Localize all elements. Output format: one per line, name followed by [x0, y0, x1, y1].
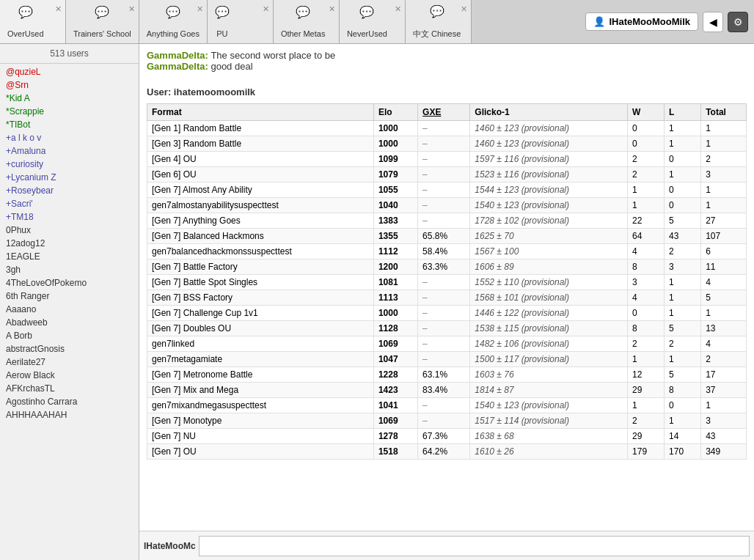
tab-close-button[interactable]: ✕	[197, 4, 203, 14]
table-cell: 1	[665, 290, 701, 306]
user-list-item[interactable]: 3gh	[0, 263, 139, 276]
user-list-item[interactable]: abstractGnosis	[0, 342, 139, 355]
table-cell: 1055	[373, 183, 417, 198]
chat-username: GammaDelta:	[147, 61, 211, 72]
table-cell: 2	[628, 167, 665, 183]
tab-close-button[interactable]: ✕	[263, 4, 269, 14]
tab-label: OverUsed	[7, 29, 44, 38]
table-cell: 1	[701, 198, 747, 213]
user-list-item[interactable]: 1EAGLE	[0, 250, 139, 263]
table-cell: 1625 ± 70	[470, 229, 628, 244]
settings-button[interactable]: ⚙	[728, 12, 748, 32]
user-list-item[interactable]: *Kid A	[0, 92, 139, 105]
user-list-item[interactable]: 4TheLoveOfPokemo	[0, 276, 139, 290]
chat-input[interactable]	[199, 536, 750, 556]
user-list-item[interactable]: Aerilate27	[0, 355, 139, 369]
table-cell: 1482 ± 106 (provisional)	[470, 336, 628, 352]
table-row: [Gen 7] Metronome Battle122863.1%1603 ± …	[147, 367, 747, 383]
user-list-item[interactable]: A Borb	[0, 329, 139, 342]
table-cell: 2	[665, 244, 701, 259]
user-list-item[interactable]: AHHHAAAHAH	[0, 408, 139, 421]
user-list-item[interactable]: Agostinho Carrara	[0, 395, 139, 408]
tab-label: Other Metas	[281, 29, 326, 38]
table-cell: 8	[628, 259, 665, 275]
table-cell: 1610 ± 26	[470, 444, 628, 460]
table-cell: 1460 ± 123 (provisional)	[470, 121, 628, 136]
user-list-item[interactable]: +Sacri'	[0, 197, 139, 210]
table-cell: 11	[701, 259, 747, 275]
table-header-total: Total	[701, 104, 747, 121]
table-cell: 1	[628, 183, 665, 198]
user-list-item[interactable]: +curiosity	[0, 158, 139, 171]
table-cell: 0	[665, 398, 701, 413]
table-row: [Gen 7] Almost Any Ability1055–1544 ± 12…	[147, 183, 747, 198]
user-icon: 👤	[593, 16, 605, 27]
table-cell: gen7almostanyabilitysuspecttest	[147, 198, 374, 213]
table-row: gen7almostanyabilitysuspecttest1040–1540…	[147, 198, 747, 213]
tab-chat-icon: 💬	[215, 5, 230, 19]
stats-username: ihatemoomoomilk	[174, 86, 255, 97]
table-cell: [Gen 7] Balanced Hackmons	[147, 229, 374, 244]
user-list-item[interactable]: Aerow Black	[0, 369, 139, 382]
table-cell: [Gen 7] Metronome Battle	[147, 367, 374, 383]
username-badge[interactable]: 👤 IHateMooMooMilk	[585, 12, 699, 31]
table-cell: 1228	[373, 367, 417, 383]
user-list-item[interactable]: AFKrchasTL	[0, 382, 139, 395]
user-list-item[interactable]: +TM18	[0, 210, 139, 224]
user-list-item[interactable]: +Lycanium Z	[0, 171, 139, 184]
table-cell: 83.4%	[418, 383, 470, 398]
table-cell: –	[418, 336, 470, 352]
table-cell: 1128	[373, 321, 417, 336]
table-cell: 1500 ± 117 (provisional)	[470, 352, 628, 367]
table-cell: 1	[701, 306, 747, 321]
table-cell: 1079	[373, 167, 417, 183]
username-display: IHateMooMooMilk	[610, 16, 691, 27]
user-list-item[interactable]: +Amaluna	[0, 144, 139, 158]
tab-trainers-school[interactable]: 💬Trainers' School✕	[66, 0, 139, 43]
tab-close-button[interactable]: ✕	[55, 4, 62, 14]
table-cell: 8	[628, 321, 665, 336]
table-cell: 64.2%	[418, 444, 470, 460]
tab-pu[interactable]: 💬PU✕	[208, 0, 274, 43]
user-list-item[interactable]: *Scrappie	[0, 105, 139, 118]
table-cell: 1538 ± 115 (provisional)	[470, 321, 628, 336]
user-list-item[interactable]: 0Phux	[0, 224, 139, 237]
table-cell: 1	[665, 136, 701, 152]
table-cell: 1	[665, 413, 701, 429]
table-cell: 63.1%	[418, 367, 470, 383]
stats-table: FormatEloGXEGlicko-1WLTotal [Gen 1] Rand…	[147, 103, 747, 460]
tab-close-button[interactable]: ✕	[461, 4, 467, 14]
user-list-item[interactable]: 6th Ranger	[0, 290, 139, 303]
table-cell: 1	[665, 352, 701, 367]
user-list-item[interactable]: @Srn	[0, 78, 139, 92]
user-list-item[interactable]: 12adog12	[0, 237, 139, 250]
tab-chinese[interactable]: 💬中文 Chinese✕	[406, 0, 472, 43]
table-cell: 13	[701, 321, 747, 336]
tab-overused[interactable]: 💬OverUsed✕	[0, 0, 66, 43]
tab-anything-goes[interactable]: 💬Anything Goes✕	[139, 0, 208, 43]
table-cell: –	[418, 413, 470, 429]
tab-other-metas[interactable]: 💬Other Metas✕	[274, 0, 340, 43]
table-cell: –	[418, 398, 470, 413]
nav-back-button[interactable]: ◀	[703, 12, 723, 32]
tab-close-button[interactable]: ✕	[395, 4, 401, 14]
table-cell: 1	[701, 136, 747, 152]
user-list-item[interactable]: Abadweeb	[0, 316, 139, 329]
tab-chat-icon: 💬	[296, 5, 310, 19]
table-cell: 29	[628, 383, 665, 398]
table-head: FormatEloGXEGlicko-1WLTotal	[147, 104, 747, 121]
tab-chat-icon: 💬	[430, 4, 444, 18]
table-cell: 1517 ± 114 (provisional)	[470, 413, 628, 429]
user-list-item[interactable]: +Roseybear	[0, 184, 139, 197]
user-list-item[interactable]: +a l k o v	[0, 131, 139, 144]
tab-close-button[interactable]: ✕	[329, 4, 335, 14]
user-list-item[interactable]: Aaaano	[0, 303, 139, 316]
tab-neverused[interactable]: 💬NeverUsed✕	[340, 0, 406, 43]
table-cell: 37	[701, 383, 747, 398]
tab-close-button[interactable]: ✕	[128, 4, 135, 14]
user-list-item[interactable]: @quzieL	[0, 65, 139, 78]
table-cell: 170	[665, 444, 701, 460]
table-cell: 2	[701, 152, 747, 167]
user-list-item[interactable]: *TIBot	[0, 118, 139, 131]
table-cell: 1200	[373, 259, 417, 275]
